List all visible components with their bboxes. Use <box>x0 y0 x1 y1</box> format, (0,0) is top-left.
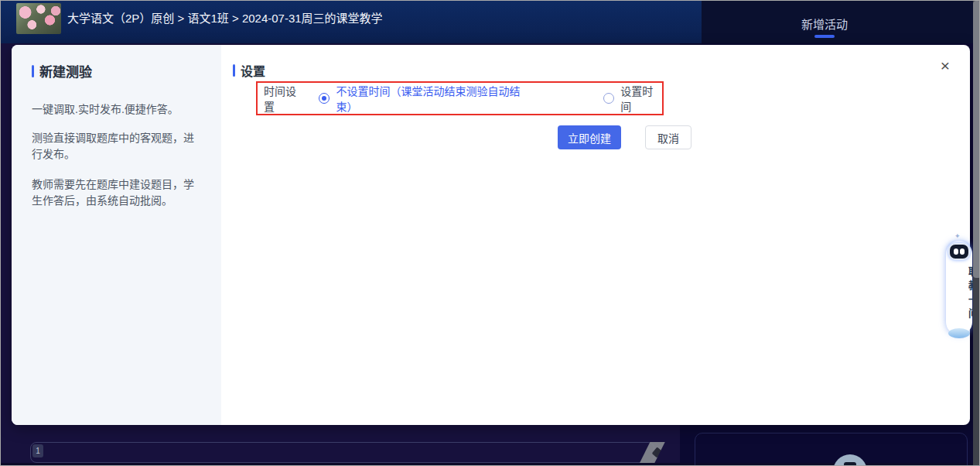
camera-icon <box>844 462 856 466</box>
wave-decoration <box>948 328 970 338</box>
modal-title: 新建测验 <box>39 61 92 81</box>
slide-thumbnail-box[interactable]: 1 <box>30 442 654 463</box>
close-icon[interactable]: × <box>934 54 957 77</box>
sparkle-icon: ✦ <box>954 232 961 240</box>
breadcrumb[interactable]: 大学语文（2P）原创 > 语文1班 > 2024-07-31周三的课堂教学 <box>67 1 383 36</box>
create-quiz-modal: 新建测验 一键调取.实时发布.便捷作答。 测验直接调取题库中的客观题，进行发布。… <box>12 45 970 425</box>
radio-no-time-label[interactable]: 不设置时间（课堂活动结束测验自动结束） <box>336 83 535 114</box>
assistant-widget[interactable]: ✦ 职教一问 <box>945 232 973 341</box>
tab-active-indicator <box>814 35 835 38</box>
right-panel-card <box>695 433 968 466</box>
modal-sidebar: 新建测验 一键调取.实时发布.便捷作答。 测验直接调取题库中的客观题，进行发布。… <box>12 45 221 425</box>
description-line: 测验直接调取题库中的客观题，进行发布。 <box>32 130 203 163</box>
radio-selected-icon[interactable] <box>319 93 330 104</box>
ribbon-glyph-icon <box>652 447 663 457</box>
description-line: 一键调取.实时发布.便捷作答。 <box>32 101 203 118</box>
course-cover-image <box>16 3 61 34</box>
settings-section-title: 设置 <box>241 61 265 80</box>
create-now-button[interactable]: 立即创建 <box>558 125 621 149</box>
robot-eye <box>960 248 965 255</box>
robot-icon <box>948 243 970 260</box>
description-line: 教师需要先在题库中建设题目，学生作答后，由系统自动批阅。 <box>32 176 203 209</box>
modal-actions: 立即创建 取消 <box>558 125 691 149</box>
slide-number-badge: 1 <box>32 444 43 457</box>
cancel-button[interactable]: 取消 <box>645 125 691 149</box>
tab-add-activity[interactable]: 新增活动 <box>780 15 869 32</box>
radio-unselected-icon[interactable] <box>603 93 614 104</box>
scrollbar-thumb[interactable] <box>973 1 980 278</box>
modal-title-row: 新建测验 <box>32 61 92 81</box>
assistant-pill[interactable]: 职教一问 <box>946 241 972 335</box>
section-accent-bar <box>233 64 235 77</box>
robot-eye <box>954 248 958 255</box>
radio-set-time-label[interactable]: 设置时间 <box>620 83 662 114</box>
radio-option-set-time[interactable]: 设置时间 <box>603 83 662 114</box>
time-setting-label: 时间设置 <box>264 83 306 114</box>
time-setting-highlight-box: 时间设置 不设置时间（课堂活动结束测验自动结束） 设置时间 <box>256 81 664 115</box>
radio-option-no-time[interactable]: 不设置时间（课堂活动结束测验自动结束） <box>319 83 535 114</box>
screen: 大学语文（2P）原创 > 语文1班 > 2024-07-31周三的课堂教学 新增… <box>0 0 980 466</box>
settings-section-title-row: 设置 <box>233 61 265 80</box>
vertical-scrollbar[interactable] <box>973 1 980 466</box>
title-accent-bar <box>32 65 34 77</box>
